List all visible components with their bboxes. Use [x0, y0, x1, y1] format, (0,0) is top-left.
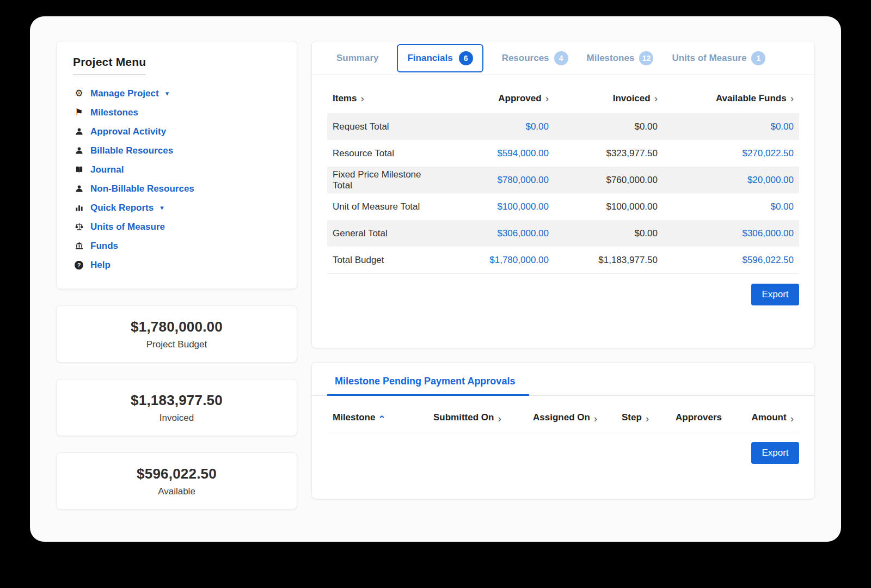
- project-menu-title: Project Menu: [73, 56, 146, 75]
- menu-item-journal[interactable]: Journal: [73, 160, 280, 179]
- invoiced-value: $0.00: [554, 121, 663, 132]
- table-row: Total Budget $1,780,000.00 $1,183,977.50…: [327, 247, 799, 273]
- sort-chevron-icon: ›: [498, 413, 501, 424]
- header-milestone[interactable]: Milestone›: [333, 412, 433, 423]
- tab-milestone-pending-payment-approvals[interactable]: Milestone Pending Payment Approvals: [327, 376, 529, 396]
- menu-item-label: Journal: [90, 164, 124, 175]
- approved-value[interactable]: $0.00: [440, 121, 554, 132]
- header-assigned-on[interactable]: Assigned On›: [533, 412, 622, 423]
- sort-chevron-icon: ›: [594, 413, 597, 424]
- row-item-label: Resource Total: [327, 148, 440, 159]
- chevron-down-icon: ▾: [165, 89, 169, 97]
- row-item-label: Request Total: [327, 121, 440, 132]
- row-item-label: General Total: [327, 228, 440, 239]
- available-label: Available: [158, 486, 195, 497]
- approved-value[interactable]: $594,000.00: [440, 148, 554, 159]
- sort-chevron-icon: ›: [790, 413, 794, 424]
- menu-item-funds[interactable]: Funds: [73, 236, 280, 255]
- invoiced-value: $760,000.00: [554, 175, 663, 186]
- person-icon: [73, 185, 85, 193]
- milestone-tab-row: Milestone Pending Payment Approvals: [312, 363, 814, 396]
- project-menu-list: ⚙ Manage Project ▾ ⚑ Milestones Approval…: [73, 84, 280, 274]
- header-submitted-on[interactable]: Submitted On›: [433, 412, 533, 423]
- table-row: Request Total $0.00 $0.00 $0.00: [327, 113, 799, 140]
- menu-item-non-billable-resources[interactable]: Non-Billable Resources: [73, 179, 280, 198]
- menu-item-label: Non-Billable Resources: [90, 183, 194, 194]
- available-value[interactable]: $20,000.00: [663, 175, 799, 186]
- tab-milestones[interactable]: Milestones 12: [587, 51, 654, 65]
- menu-item-help[interactable]: ? Help: [73, 255, 280, 274]
- milestone-approvals-panel: Milestone Pending Payment Approvals Mile…: [311, 362, 815, 499]
- available-value[interactable]: $0.00: [663, 121, 799, 132]
- project-budget-card: $1,780,000.00 Project Budget: [56, 305, 297, 363]
- menu-item-label: Units of Measure: [90, 222, 165, 232]
- approved-value[interactable]: $780,000.00: [440, 175, 554, 186]
- available-card: $596,022.50 Available: [56, 452, 297, 510]
- menu-item-quick-reports[interactable]: Quick Reports ▾: [73, 198, 280, 217]
- sort-chevron-icon: ›: [654, 93, 658, 103]
- menu-item-label: Milestones: [90, 107, 138, 118]
- header-invoiced[interactable]: Invoiced›: [554, 93, 663, 104]
- left-column: Project Menu ⚙ Manage Project ▾ ⚑ Milest…: [56, 41, 297, 517]
- sort-chevron-icon: ›: [790, 93, 794, 103]
- header-approvers[interactable]: Approvers: [676, 412, 744, 423]
- available-value[interactable]: $596,022.50: [663, 255, 799, 266]
- project-budget-amount: $1,780,000.00: [131, 318, 223, 335]
- menu-item-approval-activity[interactable]: Approval Activity: [73, 122, 280, 141]
- person-icon: [73, 127, 85, 136]
- tab-units-of-measure[interactable]: Units of Measure 1: [672, 51, 765, 65]
- sort-chevron-icon: ›: [545, 93, 549, 103]
- tab-count-badge: 12: [639, 51, 653, 65]
- invoiced-amount: $1,183,977.50: [131, 392, 223, 409]
- tab-financials[interactable]: Financials 6: [397, 44, 483, 72]
- invoiced-card: $1,183,977.50 Invoiced: [56, 379, 297, 436]
- menu-item-units-of-measure[interactable]: Units of Measure: [73, 217, 280, 236]
- header-approved[interactable]: Approved›: [440, 93, 554, 104]
- menu-item-billable-resources[interactable]: Billable Resources: [73, 141, 280, 160]
- menu-item-label: Help: [90, 260, 111, 271]
- available-value[interactable]: $0.00: [663, 201, 799, 212]
- chevron-down-icon: ▾: [160, 204, 164, 212]
- table-row: Unit of Measure Total $100,000.00 $100,0…: [327, 193, 799, 220]
- export-button[interactable]: Export: [751, 442, 799, 464]
- menu-item-label: Quick Reports: [90, 203, 154, 213]
- row-item-label: Total Budget: [327, 255, 440, 266]
- tab-resources[interactable]: Resources 4: [502, 51, 568, 65]
- header-step[interactable]: Step›: [622, 412, 676, 423]
- header-available-funds[interactable]: Available Funds›: [663, 93, 799, 104]
- person-icon: [73, 146, 85, 155]
- approved-value[interactable]: $100,000.00: [440, 201, 554, 212]
- financials-panel: Summary Financials 6 Resources 4 Milesto…: [311, 41, 815, 348]
- financials-table: Items› Approved› Invoiced› Available Fun…: [312, 75, 814, 274]
- header-items[interactable]: Items›: [327, 93, 440, 104]
- export-button[interactable]: Export: [751, 284, 799, 305]
- sort-chevron-up-icon: ›: [376, 415, 386, 418]
- project-budget-label: Project Budget: [146, 339, 207, 350]
- sort-chevron-icon: ›: [646, 413, 649, 424]
- financials-export-row: Export: [312, 274, 814, 305]
- invoiced-value: $1,183,977.50: [554, 255, 663, 266]
- header-amount[interactable]: Amount›: [751, 412, 794, 423]
- menu-item-milestones[interactable]: ⚑ Milestones: [73, 103, 280, 122]
- table-row: Fixed Price Milestone Total $780,000.00 …: [327, 167, 799, 193]
- main-content: Summary Financials 6 Resources 4 Milesto…: [311, 41, 815, 517]
- menu-item-manage-project[interactable]: ⚙ Manage Project ▾: [73, 84, 280, 103]
- tab-count-badge: 4: [554, 51, 568, 65]
- invoiced-value: $0.00: [554, 228, 663, 239]
- table-row: Resource Total $594,000.00 $323,977.50 $…: [327, 140, 799, 167]
- approved-value[interactable]: $306,000.00: [440, 228, 554, 239]
- approved-value[interactable]: $1,780,000.00: [440, 255, 554, 266]
- menu-item-label: Funds: [90, 241, 118, 252]
- tab-summary[interactable]: Summary: [336, 53, 378, 64]
- tab-label: Milestones: [587, 53, 635, 64]
- menu-item-label: Manage Project: [90, 88, 159, 99]
- available-value[interactable]: $306,000.00: [663, 228, 799, 239]
- row-item-label: Fixed Price Milestone Total: [327, 169, 440, 191]
- flag-icon: ⚑: [73, 107, 85, 118]
- table-row: General Total $306,000.00 $0.00 $306,000…: [327, 220, 799, 247]
- app-window: Project Menu ⚙ Manage Project ▾ ⚑ Milest…: [30, 16, 841, 542]
- help-icon: ?: [73, 261, 85, 270]
- invoiced-value: $100,000.00: [554, 201, 663, 212]
- menu-item-label: Billable Resources: [90, 145, 173, 156]
- available-value[interactable]: $270,022.50: [663, 148, 799, 159]
